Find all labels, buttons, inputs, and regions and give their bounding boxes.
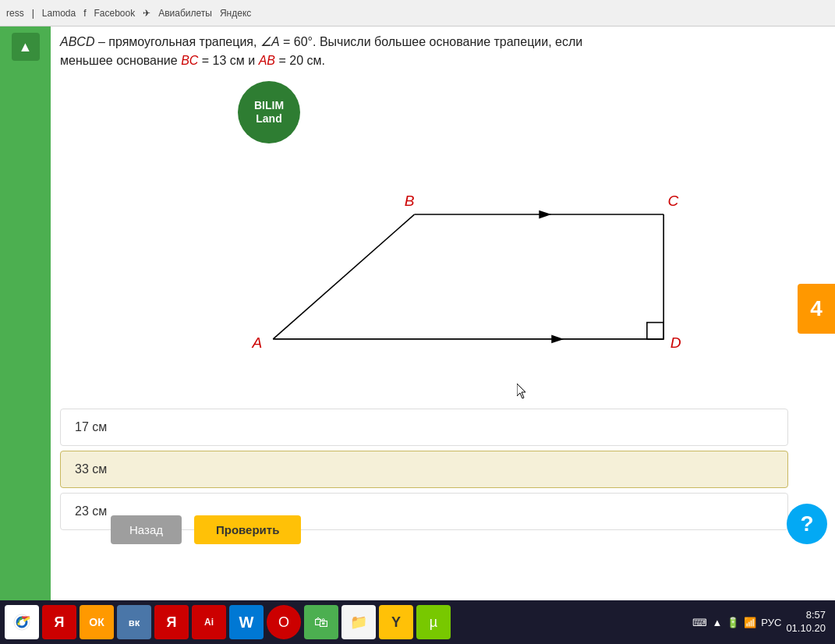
browser-tab4: Авиабилеты <box>158 8 212 19</box>
taskbar-word[interactable]: W <box>229 605 264 639</box>
answer-text-2: 33 см <box>75 462 107 476</box>
trapezoid-diagram: A B C D <box>207 140 788 389</box>
taskbar-adobe[interactable]: Ai <box>192 605 226 639</box>
bottom-buttons: Назад Проверить <box>101 512 835 547</box>
label-d: D <box>670 334 681 351</box>
help-button[interactable]: ? <box>787 504 827 544</box>
svg-point-10 <box>19 620 24 625</box>
taskbar-files[interactable]: 📁 <box>341 605 376 639</box>
label-b: B <box>405 193 415 209</box>
question-text: ABCD – прямоугольная трапеция, ∠A = 60°.… <box>60 33 788 70</box>
svg-marker-5 <box>551 335 564 344</box>
taskbar-right: ⌨ ▲ 🔋 📶 РУС 8:57 01.10.20 <box>692 609 832 635</box>
browser-separator2: f <box>83 8 86 19</box>
taskbar-lang: РУС <box>761 617 781 628</box>
taskbar-date: 01.10.20 <box>786 622 826 635</box>
svg-rect-6 <box>647 323 663 339</box>
check-button[interactable]: Проверить <box>194 515 301 544</box>
taskbar-clock: 8:57 01.10.20 <box>786 609 826 635</box>
abcd-label: ABCD <box>60 35 94 48</box>
label-a: A <box>252 334 263 351</box>
taskbar-vk[interactable]: вк <box>117 605 151 639</box>
taskbar-store[interactable]: 🛍 <box>304 605 338 639</box>
bilim-line2: Land <box>256 112 281 125</box>
answer-text-1: 17 см <box>75 420 107 433</box>
taskbar-expand-icon: ▲ <box>712 617 722 628</box>
taskbar-utorrent[interactable]: µ <box>416 605 451 639</box>
left-sidebar: ▲ <box>0 27 51 600</box>
answer-option-2[interactable]: 33 см <box>60 451 788 488</box>
bilim-logo: BILIM Land <box>238 81 300 143</box>
taskbar-signal-icon: 📶 <box>744 617 756 628</box>
taskbar-battery-icon: 🔋 <box>727 617 739 628</box>
question-line2: меньшее основание BC = 13 см и AB = 20 с… <box>60 51 788 70</box>
browser-tab: ress <box>6 8 24 19</box>
main-content: ABCD – прямоугольная трапеция, ∠A = 60°.… <box>51 27 835 600</box>
taskbar-yandex[interactable]: Я <box>42 605 76 639</box>
orange-tab[interactable]: 4 <box>798 284 835 334</box>
help-icon: ? <box>800 511 813 536</box>
answer-option-1[interactable]: 17 см <box>60 409 788 446</box>
browser-tab2: Lamoda <box>42 8 76 19</box>
sidebar-up-arrow[interactable]: ▲ <box>12 33 40 61</box>
question-line1: ABCD – прямоугольная трапеция, ∠A = 60°.… <box>60 33 788 51</box>
taskbar: Я ОК вк Я Ai W O 🛍 📁 Y µ ⌨ ▲ 🔋 📶 РУС 8:5… <box>0 600 835 644</box>
diagram-area: A B C D <box>207 140 788 389</box>
browser-tab5: Яндекс <box>220 8 251 19</box>
taskbar-yellow-app[interactable]: Y <box>379 605 413 639</box>
bilim-line1: BILIM <box>254 99 284 111</box>
label-c: C <box>667 193 678 209</box>
back-button[interactable]: Назад <box>111 515 182 544</box>
taskbar-chrome[interactable] <box>5 605 39 639</box>
browser-tab3: Facebook <box>94 8 136 19</box>
taskbar-time: 8:57 <box>786 609 826 622</box>
angle-a: ∠A <box>260 35 280 48</box>
ab-label: AB <box>259 54 275 67</box>
browser-chrome: ress | Lamoda f Facebook ✈ Авиабилеты Ян… <box>0 0 835 27</box>
svg-marker-2 <box>539 211 551 219</box>
taskbar-opera[interactable]: O <box>267 605 301 639</box>
taskbar-yandex2[interactable]: Я <box>154 605 189 639</box>
orange-tab-label: 4 <box>810 296 823 321</box>
svg-line-0 <box>273 214 414 339</box>
taskbar-keyboard-icon: ⌨ <box>692 617 707 628</box>
taskbar-ok[interactable]: ОК <box>80 605 114 639</box>
browser-separator: | <box>32 8 34 19</box>
browser-icon-plane: ✈ <box>143 8 150 19</box>
bc-label: BC <box>181 54 198 67</box>
